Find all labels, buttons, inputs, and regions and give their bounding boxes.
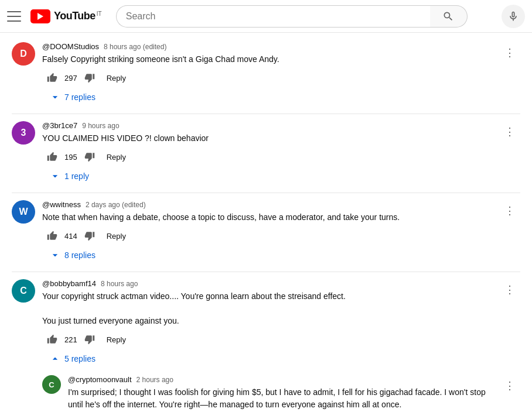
replies-count-3br: 1 reply bbox=[64, 171, 89, 181]
divider-1 bbox=[12, 114, 520, 114]
comment-header-doom: @DOOMStudios 8 hours ago (edited) bbox=[42, 42, 492, 51]
avatar-doom: D bbox=[12, 42, 35, 66]
reply-text-crypto: I'm surprised; I thought I was foolish f… bbox=[68, 386, 492, 411]
reply-header-crypto: @cryptomoonvault 2 hours ago bbox=[68, 375, 492, 384]
comment-actions-ww: 414 Reply bbox=[42, 228, 492, 243]
comment-text-ww: Note that when having a debate, choose a… bbox=[42, 211, 492, 224]
reply-item-crypto: C @cryptomoonvault 2 hours ago I'm surpr… bbox=[42, 375, 520, 412]
comment-text-3br: YOU CLAIMED HIS VIDEO ?! clown behavior bbox=[42, 132, 492, 145]
comment-actions-doom: 297 Reply bbox=[42, 70, 492, 85]
chevron-down-icon-doom bbox=[49, 91, 61, 103]
search-input[interactable] bbox=[116, 5, 430, 28]
like-button-ww[interactable] bbox=[42, 228, 62, 243]
reply-body-crypto: @cryptomoonvault 2 hours ago I'm surpris… bbox=[68, 375, 492, 412]
comment-thread-ww: W @wwitness 2 days ago (edited) Note tha… bbox=[2, 195, 530, 269]
comment-actions-3br: 195 Reply bbox=[42, 149, 492, 164]
avatar-3br: 3 bbox=[12, 121, 35, 145]
search-bar bbox=[116, 5, 468, 28]
hamburger-menu[interactable] bbox=[7, 11, 21, 22]
reply-button-bobby[interactable]: Reply bbox=[102, 333, 131, 346]
comment-header-ww: @wwitness 2 days ago (edited) bbox=[42, 200, 492, 209]
comment-author-ww[interactable]: @wwitness bbox=[42, 200, 81, 209]
comment-item-doom: D @DOOMStudios 8 hours ago (edited) Fals… bbox=[12, 42, 520, 85]
avatar-bobby: C bbox=[12, 279, 35, 303]
dislike-button-3br[interactable] bbox=[80, 149, 100, 164]
comment-body-3br: @3br1ce7 9 hours ago YOU CLAIMED HIS VID… bbox=[42, 121, 492, 164]
divider-2 bbox=[12, 193, 520, 193]
search-icon bbox=[442, 11, 454, 22]
comment-thread-bobby: C @bobbybamf14 8 hours ago Your copyrigh… bbox=[2, 274, 530, 412]
comment-time-3br: 9 hours ago bbox=[82, 122, 119, 130]
avatar-crypto: C bbox=[42, 375, 61, 394]
like-count-3br: 195 bbox=[64, 153, 77, 162]
mic-button[interactable] bbox=[502, 5, 525, 28]
more-options-ww[interactable]: ⋮ bbox=[499, 200, 520, 221]
yt-logo-text: YouTube bbox=[54, 10, 96, 22]
dislike-button-ww[interactable] bbox=[80, 228, 100, 243]
replies-count-doom: 7 replies bbox=[64, 92, 96, 102]
comment-author-3br[interactable]: @3br1ce7 bbox=[42, 121, 77, 130]
reply-button-ww[interactable]: Reply bbox=[102, 229, 131, 243]
thumbsup-icon-bobby bbox=[47, 334, 57, 345]
comment-body-bobby: @bobbybamf14 8 hours ago Your copyright … bbox=[42, 279, 492, 347]
top-navigation: YouTube IT bbox=[0, 0, 532, 33]
thumbsup-icon-3br bbox=[47, 152, 57, 162]
replies-toggle-3br[interactable]: 1 reply bbox=[42, 167, 96, 186]
like-button-bobby[interactable] bbox=[42, 332, 62, 347]
more-options-3br[interactable]: ⋮ bbox=[499, 121, 520, 142]
comment-time-ww: 2 days ago (edited) bbox=[86, 201, 146, 209]
comment-thread-3br: 3 @3br1ce7 9 hours ago YOU CLAIMED HIS V… bbox=[2, 116, 530, 190]
thumbsup-icon-doom bbox=[47, 73, 57, 83]
comment-header-3br: @3br1ce7 9 hours ago bbox=[42, 121, 492, 130]
comment-author-bobby[interactable]: @bobbybamf14 bbox=[42, 279, 96, 288]
replies-count-bobby: 5 replies bbox=[64, 354, 96, 363]
thumbsdown-icon-3br bbox=[84, 152, 95, 162]
comment-body-doom: @DOOMStudios 8 hours ago (edited) Falsel… bbox=[42, 42, 492, 85]
like-count-ww: 414 bbox=[64, 232, 77, 241]
like-button-doom[interactable] bbox=[42, 70, 62, 85]
thumbsdown-icon-ww bbox=[84, 231, 95, 241]
reply-button-3br[interactable]: Reply bbox=[102, 150, 131, 164]
reply-author-crypto[interactable]: @cryptomoonvault bbox=[68, 375, 132, 384]
dislike-button-doom[interactable] bbox=[80, 70, 100, 85]
like-button-3br[interactable] bbox=[42, 149, 62, 164]
comment-item-ww: W @wwitness 2 days ago (edited) Note tha… bbox=[12, 200, 520, 243]
comment-item-bobby: C @bobbybamf14 8 hours ago Your copyrigh… bbox=[12, 279, 520, 347]
comment-body-ww: @wwitness 2 days ago (edited) Note that … bbox=[42, 200, 492, 243]
chevron-up-icon-bobby bbox=[49, 353, 61, 365]
search-button[interactable] bbox=[430, 5, 468, 28]
nav-right bbox=[502, 5, 525, 28]
chevron-down-icon-ww bbox=[49, 249, 61, 261]
dislike-button-bobby[interactable] bbox=[80, 332, 100, 347]
comment-text-line3-bobby: You just turned everyone against you. bbox=[42, 316, 179, 325]
yt-logo-icon bbox=[30, 9, 50, 23]
more-options-doom[interactable]: ⋮ bbox=[499, 42, 520, 63]
comment-text-line1-bobby: Your copyright struck actman video.... Y… bbox=[42, 291, 346, 301]
comment-text-doom: Falsely Copyright striking someone isn't… bbox=[42, 53, 492, 66]
mic-icon bbox=[507, 11, 519, 22]
more-options-crypto[interactable]: ⋮ bbox=[499, 375, 520, 396]
comment-thread-doom: D @DOOMStudios 8 hours ago (edited) Fals… bbox=[2, 37, 530, 111]
replies-toggle-bobby[interactable]: 5 replies bbox=[42, 349, 103, 368]
comment-author-doom[interactable]: @DOOMStudios bbox=[42, 42, 99, 51]
youtube-logo[interactable]: YouTube IT bbox=[30, 9, 102, 23]
thumbsdown-icon-doom bbox=[84, 73, 95, 83]
comment-actions-bobby: 221 Reply bbox=[42, 332, 492, 347]
replies-toggle-ww[interactable]: 8 replies bbox=[42, 246, 103, 265]
reply-button-doom[interactable]: Reply bbox=[102, 71, 131, 85]
thumbsup-icon-ww bbox=[47, 231, 57, 241]
comment-header-bobby: @bobbybamf14 8 hours ago bbox=[42, 279, 492, 288]
replies-toggle-doom[interactable]: 7 replies bbox=[42, 88, 103, 107]
thumbsdown-icon-bobby bbox=[84, 334, 95, 345]
comment-time-bobby: 8 hours ago bbox=[101, 280, 138, 288]
yt-logo-country: IT bbox=[97, 11, 102, 17]
more-options-bobby[interactable]: ⋮ bbox=[499, 279, 520, 300]
like-count-doom: 297 bbox=[64, 74, 77, 83]
chevron-down-icon-3br bbox=[49, 170, 61, 182]
comment-time-doom: 8 hours ago (edited) bbox=[104, 43, 166, 51]
comment-item-3br: 3 @3br1ce7 9 hours ago YOU CLAIMED HIS V… bbox=[12, 121, 520, 164]
reply-time-crypto: 2 hours ago bbox=[137, 376, 173, 384]
comment-text-bobby: Your copyright struck actman video.... Y… bbox=[42, 290, 492, 327]
comments-section: D @DOOMStudios 8 hours ago (edited) Fals… bbox=[2, 33, 530, 412]
avatar-ww: W bbox=[12, 200, 35, 224]
